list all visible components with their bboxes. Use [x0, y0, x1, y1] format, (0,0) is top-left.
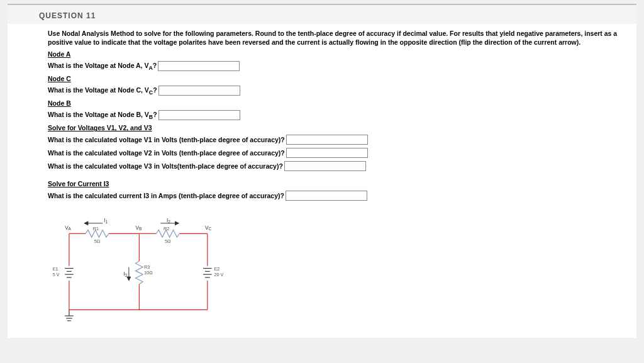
- label-i2: I2: [167, 218, 170, 224]
- input-i3[interactable]: [286, 191, 367, 201]
- svg-marker-28: [127, 277, 131, 281]
- label-e1v: 5 V: [53, 272, 60, 277]
- label-r2v: 5Ω: [165, 238, 171, 244]
- input-vb[interactable]: [158, 110, 240, 120]
- prompt-i3: What is the calculated current I3 in Amp…: [48, 191, 626, 201]
- label-e2v: 20 V: [214, 272, 223, 277]
- label-e1: E1: [53, 267, 58, 272]
- label-r3v: 10Ω: [144, 271, 153, 276]
- prompt-v2: What is the calculated voltage V2 in Vol…: [48, 148, 626, 158]
- prompt-v3: What is the calculated voltage V3 in Vol…: [48, 161, 626, 171]
- label-r3: R3: [144, 264, 150, 270]
- instructions: Use Nodal Analysis Method to solve for t…: [48, 29, 626, 47]
- label-r2: R2: [164, 226, 169, 232]
- section-v123: Solve for Voltages V1, V2, and V3: [48, 124, 626, 131]
- input-vc[interactable]: [158, 86, 240, 96]
- input-va[interactable]: [158, 61, 240, 71]
- prompt-v1: What is the calculated voltage V1 in Vol…: [48, 135, 626, 145]
- section-i3: Solve for Current I3: [48, 180, 626, 187]
- section-node-b: Node B: [48, 99, 626, 107]
- input-v1[interactable]: [286, 135, 368, 145]
- label-e2: E2: [214, 267, 219, 272]
- section-node-a: Node A: [48, 50, 626, 58]
- question-number: QUESTION 11: [8, 5, 636, 24]
- input-v3[interactable]: [284, 161, 366, 171]
- svg-marker-26: [175, 221, 179, 225]
- label-r1v: 5Ω: [94, 238, 101, 244]
- label-i1: I1: [104, 218, 108, 224]
- label-r1: R1: [93, 226, 99, 232]
- label-i3: I3: [123, 271, 127, 277]
- question-card: QUESTION 11 Use Nodal Analysis Method to…: [8, 4, 636, 338]
- label-va: VA: [65, 225, 71, 232]
- prompt-vc: What is the Voltage at Node C, VC?: [48, 86, 626, 96]
- svg-marker-24: [84, 221, 88, 225]
- input-v2[interactable]: [286, 148, 368, 158]
- question-body: Use Nodal Analysis Method to solve for t…: [8, 24, 636, 338]
- section-node-c: Node C: [48, 75, 626, 82]
- prompt-va: What is the Voltage at Node A, VA?: [48, 61, 626, 71]
- label-vc: VC: [205, 225, 211, 232]
- circuit-diagram: VA VB VC I1 I2 I3 R1 5Ω R2 5Ω R3 10Ω E1 …: [48, 212, 243, 325]
- prompt-vb: What is the Voltage at Node B, VB?: [48, 110, 626, 120]
- label-vb: VB: [136, 225, 142, 232]
